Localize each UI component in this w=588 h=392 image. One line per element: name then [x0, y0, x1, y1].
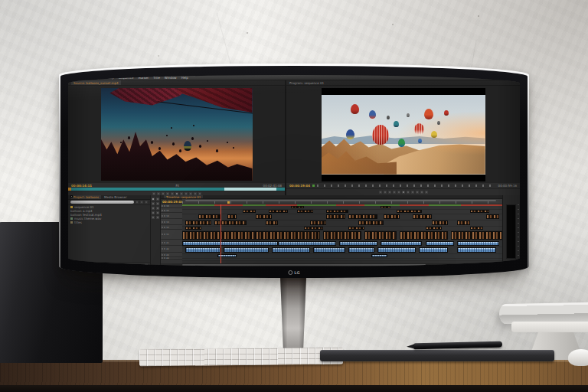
timeline-clip[interactable] — [371, 254, 387, 257]
program-preview[interactable] — [322, 88, 485, 181]
timeline-clip[interactable] — [326, 210, 348, 213]
timeline-clip[interactable] — [185, 220, 211, 225]
timeline-clip[interactable] — [457, 247, 495, 253]
timeline-clip[interactable] — [278, 241, 335, 246]
track-header-V4[interactable]: V4 — [161, 213, 182, 219]
menu-item[interactable]: File — [73, 76, 78, 80]
timeline-clip[interactable] — [291, 206, 304, 208]
mark-in-button[interactable] — [384, 191, 387, 194]
timeline-clip[interactable] — [397, 210, 422, 213]
track-header-V1[interactable]: V1 — [161, 230, 182, 240]
timeline-clip[interactable] — [486, 214, 499, 219]
timeline-ruler[interactable] — [182, 199, 502, 204]
tab-program[interactable]: Program: sequence 01 — [289, 81, 324, 85]
scrub-ticks[interactable] — [317, 185, 496, 187]
safe-margins-button[interactable] — [420, 191, 423, 194]
tool-pen[interactable] — [152, 216, 155, 219]
timeline-clip[interactable] — [224, 247, 269, 253]
go-to-in-button[interactable] — [393, 191, 396, 194]
timeline-clip[interactable] — [400, 231, 448, 240]
timeline-clip[interactable] — [419, 247, 448, 253]
play-button[interactable] — [402, 191, 405, 194]
timeline-clip[interactable] — [426, 227, 442, 230]
project-item[interactable]: titles — [68, 220, 150, 224]
timeline-clip[interactable] — [377, 247, 416, 253]
track-header-V3[interactable]: V3 — [161, 219, 182, 225]
tool-hand[interactable] — [156, 216, 159, 219]
timeline-clip[interactable] — [323, 231, 361, 240]
tool-ripple-edit[interactable] — [152, 202, 155, 205]
timeline-clip[interactable] — [348, 247, 374, 253]
timeline-clip[interactable] — [451, 231, 502, 240]
timeline-clip[interactable] — [413, 214, 432, 219]
menu-item[interactable]: Project — [93, 76, 103, 80]
tab-source[interactable]: Source: balloons_sunset.mp4 — [71, 80, 121, 85]
tool-razor[interactable] — [156, 207, 159, 210]
timeline-clip[interactable] — [182, 231, 256, 240]
new-bin-button[interactable] — [145, 201, 148, 204]
menu-item[interactable]: Marker — [138, 76, 149, 80]
tab-media-browser[interactable]: Media Browser — [104, 195, 127, 199]
timeline-clip[interactable] — [426, 241, 455, 246]
trash-icon[interactable] — [145, 263, 148, 266]
list-view-button[interactable] — [136, 201, 139, 204]
tab-timeline[interactable]: Timeline: sequence 01 — [164, 195, 203, 198]
timeline-clip[interactable] — [269, 210, 288, 213]
timeline-clip[interactable] — [304, 227, 323, 230]
menu-item[interactable]: Sequence — [119, 76, 134, 80]
track-header-A4[interactable]: A4 — [161, 257, 182, 260]
timeline-clip[interactable] — [310, 220, 326, 225]
timeline-clip[interactable] — [198, 214, 220, 219]
timeline-clip[interactable] — [313, 247, 345, 253]
tool-slip[interactable] — [152, 211, 155, 214]
mark-in-button[interactable] — [157, 192, 160, 195]
timeline-clip[interactable] — [348, 214, 377, 219]
hscroll-thumb[interactable] — [182, 264, 426, 266]
timeline-clip[interactable] — [432, 220, 448, 225]
mark-out-button[interactable] — [162, 192, 165, 195]
timeline-clip[interactable] — [243, 210, 256, 213]
export-frame-button[interactable] — [425, 191, 428, 194]
step-back-button[interactable] — [397, 191, 400, 194]
timeline-clip[interactable] — [326, 214, 345, 219]
playhead[interactable] — [220, 204, 221, 263]
timeline-clip[interactable] — [457, 241, 498, 246]
timeline-clip[interactable] — [272, 247, 310, 253]
timeline-clip[interactable] — [348, 227, 364, 230]
tool-rate-stretch[interactable] — [152, 207, 155, 210]
track-header-A2[interactable]: A2 — [161, 246, 182, 253]
timeline-clip[interactable] — [256, 214, 272, 219]
icon-view-button[interactable] — [140, 201, 143, 204]
tool-rolling-edit[interactable] — [156, 202, 159, 205]
timeline-clip[interactable] — [470, 210, 489, 213]
tool-track-select[interactable] — [156, 198, 159, 201]
work-area-bar[interactable] — [185, 200, 495, 201]
menu-item[interactable]: Edit — [83, 76, 89, 80]
tool-selection[interactable] — [152, 198, 155, 201]
menu-item[interactable]: Title — [153, 76, 160, 80]
timeline-clip[interactable] — [358, 220, 384, 225]
timeline-clip[interactable] — [227, 214, 237, 219]
menu-item[interactable]: Window — [165, 76, 177, 80]
timeline-clip[interactable] — [470, 227, 483, 230]
program-scrub-row[interactable]: 00:00:19:04 00:00:59:16 — [286, 183, 520, 188]
add-marker-button[interactable] — [379, 191, 382, 194]
timeline-clip[interactable] — [364, 231, 397, 240]
tool-slide[interactable] — [156, 211, 159, 214]
timeline-clip[interactable] — [381, 206, 390, 208]
fit-dropdown[interactable]: Fit — [175, 184, 179, 188]
menu-item[interactable]: Help — [181, 76, 188, 80]
timeline-clip[interactable] — [266, 220, 279, 225]
timeline-clip[interactable] — [384, 214, 400, 219]
timeline-clip[interactable] — [381, 241, 422, 246]
mark-out-button[interactable] — [388, 191, 391, 194]
timeline-clip[interactable] — [185, 247, 220, 253]
source-preview[interactable] — [101, 88, 253, 181]
timeline-marker[interactable] — [227, 201, 230, 204]
timeline-clip[interactable] — [182, 241, 278, 246]
timeline-clip[interactable] — [339, 241, 377, 246]
track-header-A1[interactable]: A1 — [161, 240, 182, 246]
tab-project[interactable]: Project: balloons — [71, 195, 101, 199]
timeline-hscroll[interactable] — [182, 263, 502, 266]
step-forward-button[interactable] — [407, 191, 410, 194]
